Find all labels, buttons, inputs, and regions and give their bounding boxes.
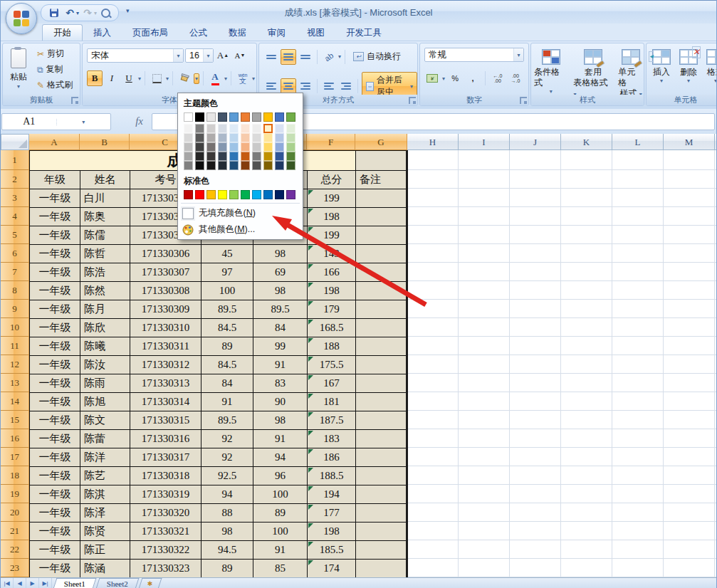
prev-sheet-button[interactable]: ◀ bbox=[14, 578, 26, 588]
cell-A16[interactable]: 一年级 bbox=[30, 430, 80, 448]
bold-button[interactable]: B bbox=[87, 70, 103, 86]
cell-F8[interactable]: 198 bbox=[308, 282, 356, 300]
row-header-23[interactable]: 23 bbox=[1, 559, 29, 577]
theme-variant-swatch[interactable] bbox=[252, 161, 261, 170]
phonetic-dropdown[interactable]: ▾ bbox=[252, 75, 255, 82]
sheet-tab-sheet1[interactable]: Sheet1 bbox=[53, 578, 97, 588]
ribbon-tab-2[interactable]: 页面布局 bbox=[122, 25, 179, 41]
theme-variant-swatch[interactable] bbox=[195, 142, 204, 152]
cell-G22[interactable] bbox=[356, 541, 408, 560]
underline-dropdown[interactable]: ▾ bbox=[138, 75, 141, 82]
row-header-3[interactable]: 3 bbox=[1, 189, 29, 207]
row-header-15[interactable]: 15 bbox=[1, 411, 29, 429]
cell-A13[interactable]: 一年级 bbox=[30, 374, 80, 393]
theme-color-swatch-8[interactable] bbox=[275, 112, 284, 122]
cell-C6[interactable]: 171330306 bbox=[130, 245, 202, 263]
theme-variant-swatch[interactable] bbox=[241, 142, 250, 152]
dialog-launcher-icon[interactable] bbox=[409, 97, 416, 104]
copy-button[interactable]: ⧉复制 bbox=[34, 63, 75, 76]
percent-style-button[interactable]: % bbox=[447, 70, 463, 86]
cell-G15[interactable] bbox=[356, 411, 408, 430]
ribbon-tab-3[interactable]: 公式 bbox=[179, 25, 218, 41]
cell-G20[interactable] bbox=[356, 504, 408, 523]
row-header-16[interactable]: 16 bbox=[1, 429, 29, 448]
cell-A19[interactable]: 一年级 bbox=[30, 485, 80, 504]
cell-B20[interactable]: 陈泽 bbox=[80, 504, 130, 523]
cell-C22[interactable]: 171330322 bbox=[130, 541, 202, 560]
cell-E20[interactable]: 89 bbox=[253, 504, 308, 523]
cell-F7[interactable]: 166 bbox=[308, 263, 356, 282]
cell-B4[interactable]: 陈奥 bbox=[80, 208, 130, 226]
theme-variant-swatch[interactable] bbox=[184, 152, 193, 161]
header-cell-1[interactable]: 姓名 bbox=[80, 171, 130, 189]
cell-C23[interactable]: 171330323 bbox=[130, 560, 202, 578]
cell-A20[interactable]: 一年级 bbox=[30, 504, 80, 523]
theme-variant-swatch[interactable] bbox=[229, 124, 239, 133]
theme-variant-swatch[interactable] bbox=[218, 124, 227, 133]
cell-D20[interactable]: 88 bbox=[202, 504, 253, 523]
cell-G16[interactable] bbox=[356, 430, 408, 448]
cell-F13[interactable]: 167 bbox=[308, 374, 356, 393]
cell-F10[interactable]: 168.5 bbox=[308, 319, 356, 337]
theme-variant-swatch[interactable] bbox=[263, 161, 273, 170]
cell-G11[interactable] bbox=[356, 337, 408, 356]
ribbon-tab-0[interactable]: 开始 bbox=[42, 24, 83, 41]
ribbon-tab-7[interactable]: 开发工具 bbox=[335, 25, 392, 41]
paste-button[interactable]: 粘贴 ▾ bbox=[6, 46, 31, 95]
theme-variant-swatch[interactable] bbox=[241, 133, 250, 142]
theme-variant-swatch[interactable] bbox=[252, 142, 261, 152]
cell-F5[interactable]: 199 bbox=[308, 226, 356, 245]
cell-F21[interactable]: 198 bbox=[308, 523, 356, 541]
theme-variant-swatch[interactable] bbox=[218, 142, 227, 152]
standard-color-swatch-1[interactable] bbox=[195, 190, 204, 199]
cell-D23[interactable]: 89 bbox=[202, 560, 253, 578]
column-header-H[interactable]: H bbox=[407, 134, 459, 150]
column-header-M[interactable]: M bbox=[664, 134, 715, 150]
theme-variant-swatch[interactable] bbox=[263, 133, 273, 142]
cell-G7[interactable] bbox=[356, 263, 408, 282]
cell-F15[interactable]: 187.5 bbox=[308, 411, 356, 430]
cell-C7[interactable]: 171330307 bbox=[130, 263, 202, 282]
cell-B7[interactable]: 陈浩 bbox=[80, 263, 130, 282]
cell-C10[interactable]: 171330310 bbox=[130, 319, 202, 337]
font-color-dropdown[interactable]: ▾ bbox=[224, 75, 227, 82]
font-family-combo[interactable]: 宋体▾ bbox=[87, 48, 184, 63]
cell-B22[interactable]: 陈正 bbox=[80, 541, 130, 560]
theme-variant-swatch[interactable] bbox=[275, 142, 284, 152]
cell-F11[interactable]: 188 bbox=[308, 337, 356, 356]
theme-color-swatch-4[interactable] bbox=[229, 112, 239, 122]
theme-color-swatch-5[interactable] bbox=[241, 112, 250, 122]
cell-C8[interactable]: 171330308 bbox=[130, 282, 202, 300]
italic-button[interactable]: I bbox=[104, 70, 120, 86]
ribbon-tab-1[interactable]: 插入 bbox=[83, 25, 122, 41]
font-color-button[interactable]: A bbox=[207, 70, 223, 86]
cell-B3[interactable]: 白川 bbox=[80, 189, 130, 208]
cell-A9[interactable]: 一年级 bbox=[30, 300, 80, 319]
theme-color-swatch-2[interactable] bbox=[206, 112, 216, 122]
cell-E10[interactable]: 84 bbox=[253, 319, 308, 337]
cell-C12[interactable]: 171330312 bbox=[130, 356, 202, 374]
theme-variant-swatch[interactable] bbox=[263, 124, 273, 133]
cell-styles-button[interactable]: 单元格 样式 ▾ bbox=[618, 46, 644, 99]
last-sheet-button[interactable]: ▶| bbox=[39, 578, 52, 588]
cell-F17[interactable]: 186 bbox=[308, 448, 356, 467]
cell-A11[interactable]: 一年级 bbox=[30, 337, 80, 356]
cell-D12[interactable]: 84.5 bbox=[202, 356, 253, 374]
cell-F12[interactable]: 175.5 bbox=[308, 356, 356, 374]
theme-variant-swatch[interactable] bbox=[263, 152, 273, 161]
cell-D18[interactable]: 92.5 bbox=[202, 467, 253, 485]
column-header-L[interactable]: L bbox=[612, 134, 664, 150]
cell-B9[interactable]: 陈月 bbox=[80, 300, 130, 319]
cell-A4[interactable]: 一年级 bbox=[30, 208, 80, 226]
sheet-tab-sheet2[interactable]: Sheet2 bbox=[96, 578, 140, 588]
standard-color-swatch-3[interactable] bbox=[218, 190, 227, 199]
cell-E19[interactable]: 100 bbox=[253, 485, 308, 504]
cell-D9[interactable]: 89.5 bbox=[202, 300, 253, 319]
delete-cells-button[interactable]: ✕ 删除▾ bbox=[679, 46, 698, 85]
row-header-7[interactable]: 7 bbox=[1, 263, 29, 281]
theme-variant-swatch[interactable] bbox=[206, 142, 216, 152]
cell-D17[interactable]: 92 bbox=[202, 448, 253, 467]
theme-variant-swatch[interactable] bbox=[252, 124, 261, 133]
cell-A8[interactable]: 一年级 bbox=[30, 282, 80, 300]
theme-variant-swatch[interactable] bbox=[286, 124, 295, 133]
